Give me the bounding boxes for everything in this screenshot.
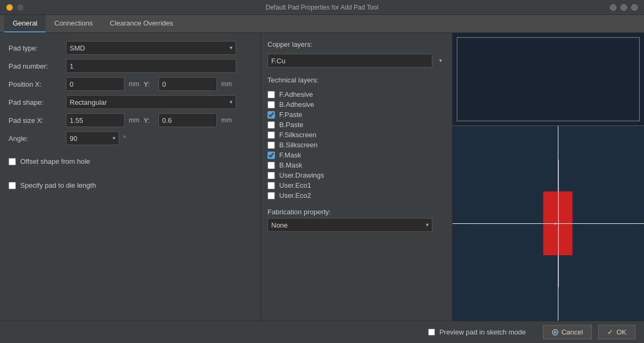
pad-type-select[interactable]: SMD Through-hole NPTH Connector <box>66 41 236 55</box>
specify-pad-row: Specify pad to die length <box>9 181 252 189</box>
fab-prop-section: Fabrication property: None BGA pad Fiduc… <box>267 208 446 232</box>
layer-b-silkscreen-checkbox[interactable] <box>267 141 275 149</box>
tab-bar: General Connections Clearance Overrides <box>0 15 644 33</box>
sketch-mode-row: Preview pad in sketch mode <box>9 328 537 336</box>
win-ctrl-3[interactable] <box>631 4 638 11</box>
fab-prop-wrapper: None BGA pad Fiducial, local Fiducial, g… <box>267 218 432 232</box>
tab-connections[interactable]: Connections <box>46 15 101 32</box>
angle-row: Angle: 90 0 45 180 270 ° <box>9 131 252 146</box>
copper-layer-select[interactable]: F.Cu B.Cu All Copper <box>267 54 432 68</box>
angle-label: Angle: <box>9 135 62 143</box>
ok-label: OK <box>616 328 626 336</box>
position-x-input[interactable] <box>66 77 124 91</box>
position-y-label: Y: <box>144 80 154 88</box>
fab-prop-select[interactable]: None BGA pad Fiducial, local Fiducial, g… <box>267 218 432 232</box>
layer-user-eco1-label: User.Eco1 <box>279 181 311 189</box>
pad-shape-select-wrapper: Rectangular Round Oval Trapezoid Custom <box>66 95 236 109</box>
layer-f-paste-checkbox[interactable] <box>267 111 275 119</box>
layer-user-drawings: User.Drawings <box>267 171 446 179</box>
tab-general[interactable]: General <box>4 15 46 32</box>
pad-size-x-label: Pad size X: <box>9 116 62 124</box>
technical-layers-label: Technical layers: <box>267 76 446 84</box>
pad-shape-row: Pad shape: Rectangular Round Oval Trapez… <box>9 95 252 110</box>
pad-preview-rect: ← <box>543 191 573 255</box>
sketch-mode-label: Preview pad in sketch mode <box>439 328 526 336</box>
angle-select-wrapper: 90 0 45 180 270 <box>66 131 119 145</box>
layer-b-paste-checkbox[interactable] <box>267 121 275 129</box>
position-row: Position X: mm Y: mm <box>9 77 252 91</box>
traffic-light-yellow <box>6 4 13 11</box>
ok-checkmark-icon: ✓ <box>607 328 613 336</box>
layer-f-adhesive-label: F.Adhesive <box>279 90 313 98</box>
preview-top <box>453 33 644 126</box>
title-bar: Default Pad Properties for Add Pad Tool <box>0 0 644 15</box>
specify-pad-label: Specify pad to die length <box>20 181 96 189</box>
pad-size-x-unit: mm <box>129 116 139 124</box>
layer-b-mask-label: B.Mask <box>279 161 302 169</box>
preview-panel: ← <box>452 33 644 321</box>
tab-clearance-overrides[interactable]: Clearance Overrides <box>102 15 182 32</box>
pad-size-y-label: Y: <box>144 116 154 124</box>
fab-prop-label: Fabrication property: <box>267 208 331 216</box>
pad-size-y-input[interactable] <box>158 113 217 127</box>
layer-f-silkscreen-checkbox[interactable] <box>267 131 275 139</box>
pad-size-row: Pad size X: mm Y: mm <box>9 113 252 128</box>
layer-b-paste: B.Paste <box>267 121 446 129</box>
position-y-input[interactable] <box>158 77 217 91</box>
layer-f-paste: F.Paste <box>267 111 446 119</box>
preview-top-inner <box>457 37 640 121</box>
layer-b-mask-checkbox[interactable] <box>267 162 275 169</box>
pad-type-label: Pad type: <box>9 44 62 52</box>
offset-shape-row: Offset shape from hole <box>9 157 252 165</box>
ok-button[interactable]: ✓ OK <box>598 325 635 339</box>
layer-f-adhesive: F.Adhesive <box>267 90 446 98</box>
left-panel: Pad type: SMD Through-hole NPTH Connecto… <box>0 33 261 321</box>
angle-deg: ° <box>123 135 126 142</box>
layer-b-silkscreen: B.Silkscreen <box>267 141 446 149</box>
win-ctrl-2[interactable] <box>621 4 627 11</box>
pad-shape-select[interactable]: Rectangular Round Oval Trapezoid Custom <box>66 95 236 109</box>
pad-number-input[interactable] <box>66 59 236 73</box>
layer-user-eco2-checkbox[interactable] <box>267 192 275 199</box>
pad-size-y-unit: mm <box>221 116 232 124</box>
copper-layers-label: Copper layers: <box>267 40 446 48</box>
position-x-unit: mm <box>129 80 139 88</box>
dialog-body: General Connections Clearance Overrides … <box>0 15 644 343</box>
layer-f-mask: F.Mask <box>267 151 446 159</box>
bottom-bar: Preview pad in sketch mode Cancel ✓ OK <box>0 321 644 343</box>
preview-bottom: ← <box>453 126 644 321</box>
layer-f-adhesive-checkbox[interactable] <box>267 91 275 98</box>
window-controls <box>610 4 638 11</box>
layer-f-mask-checkbox[interactable] <box>267 152 275 159</box>
content-area: Pad type: SMD Through-hole NPTH Connecto… <box>0 33 644 321</box>
layer-b-silkscreen-label: B.Silkscreen <box>279 141 317 149</box>
angle-select[interactable]: 90 0 45 180 270 <box>66 131 119 145</box>
pad-size-x-input[interactable] <box>66 113 124 127</box>
layer-b-adhesive-checkbox[interactable] <box>267 101 275 108</box>
traffic-lights <box>6 4 23 11</box>
pad-type-select-wrapper: SMD Through-hole NPTH Connector <box>66 41 236 55</box>
layer-user-drawings-checkbox[interactable] <box>267 172 275 179</box>
cancel-button[interactable]: Cancel <box>543 325 592 339</box>
layer-b-mask: B.Mask <box>267 161 446 169</box>
layer-f-paste-label: F.Paste <box>279 111 302 119</box>
layer-f-mask-label: F.Mask <box>279 151 301 159</box>
sketch-mode-checkbox[interactable] <box>428 329 435 336</box>
layer-user-eco2-label: User.Eco2 <box>279 191 311 199</box>
win-ctrl-1[interactable] <box>610 4 616 11</box>
layer-f-silkscreen-label: F.Silkscreen <box>279 131 316 139</box>
layer-user-eco1-checkbox[interactable] <box>267 182 275 189</box>
tech-layers-list: F.Adhesive B.Adhesive F.Paste B.Paste F.… <box>267 90 446 199</box>
layer-b-adhesive: B.Adhesive <box>267 101 446 108</box>
cancel-radio-icon <box>552 329 558 336</box>
pad-number-row: Pad number: <box>9 58 252 73</box>
cancel-label: Cancel <box>562 328 583 336</box>
layer-b-paste-label: B.Paste <box>279 121 304 129</box>
middle-panel: Copper layers: F.Cu B.Cu All Copper Tech… <box>261 33 452 321</box>
pad-type-row: Pad type: SMD Through-hole NPTH Connecto… <box>9 40 252 55</box>
offset-shape-checkbox[interactable] <box>9 158 16 165</box>
pad-arrow-icon: ← <box>552 218 562 229</box>
traffic-light-2 <box>17 4 23 11</box>
specify-pad-checkbox[interactable] <box>9 182 16 189</box>
layer-user-eco2: User.Eco2 <box>267 191 446 199</box>
